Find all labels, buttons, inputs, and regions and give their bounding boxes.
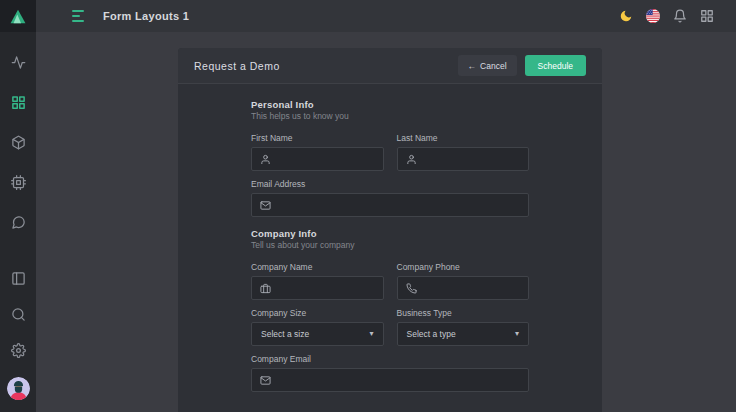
- section-company-info: Company Info Tell us about your company: [251, 228, 529, 251]
- company-email-input[interactable]: [277, 375, 520, 385]
- company-phone-input[interactable]: [423, 283, 521, 293]
- demo-request-form: Personal Info This helps us to know you …: [251, 99, 529, 392]
- company-email-field: Company Email: [251, 355, 529, 392]
- email-field: Email Address: [251, 180, 529, 217]
- schedule-button-label: Schedule: [538, 61, 573, 71]
- triangle-logo-icon: [9, 8, 27, 25]
- mail-icon: [260, 375, 271, 386]
- first-name-field: First Name: [251, 134, 384, 171]
- email-input[interactable]: [277, 200, 520, 210]
- phone-icon: [406, 283, 417, 294]
- topbar: Form Layouts 1: [36, 0, 736, 32]
- dashboard-grid-icon: [11, 95, 26, 110]
- company-size-field: Company Size Select a size ▾: [251, 309, 384, 346]
- cancel-button-label: Cancel: [480, 61, 506, 71]
- user-avatar-image: [7, 377, 30, 400]
- layout-icon: [11, 271, 26, 286]
- sidebar-item-system[interactable]: [0, 162, 36, 202]
- us-flag-icon: [646, 9, 660, 23]
- card-body: Personal Info This helps us to know you …: [178, 84, 602, 392]
- sidebar-item-components[interactable]: [0, 122, 36, 162]
- sidebar: [0, 0, 36, 412]
- chevron-down-icon: ▾: [369, 330, 373, 338]
- user-avatar[interactable]: [0, 368, 36, 408]
- app-logo[interactable]: [0, 0, 36, 32]
- company-size-label: Company Size: [251, 309, 384, 318]
- last-name-label: Last Name: [397, 134, 530, 143]
- chat-icon: [11, 215, 26, 230]
- sidebar-item-settings[interactable]: [0, 332, 36, 368]
- business-type-label: Business Type: [397, 309, 530, 318]
- box-icon: [11, 135, 26, 150]
- section-personal-info: Personal Info This helps us to know you: [251, 99, 529, 122]
- search-icon: [11, 307, 26, 322]
- business-type-selected-value: Select a type: [407, 329, 456, 339]
- email-label: Email Address: [251, 180, 529, 189]
- section-title: Personal Info: [251, 99, 529, 111]
- sidebar-item-layout[interactable]: [0, 260, 36, 296]
- moon-icon: [619, 9, 633, 23]
- schedule-button[interactable]: Schedule: [525, 55, 586, 76]
- sidebar-item-search[interactable]: [0, 296, 36, 332]
- company-phone-label: Company Phone: [397, 263, 530, 272]
- activity-icon: [11, 55, 26, 70]
- company-phone-field: Company Phone: [397, 263, 530, 300]
- sidebar-item-dashboard[interactable]: [0, 82, 36, 122]
- sidebar-item-activity[interactable]: [0, 42, 36, 82]
- cpu-icon: [11, 175, 26, 190]
- section-title: Company Info: [251, 228, 529, 240]
- business-type-field: Business Type Select a type ▾: [397, 309, 530, 346]
- company-name-field: Company Name: [251, 263, 384, 300]
- language-selector[interactable]: [646, 9, 660, 23]
- company-size-select[interactable]: Select a size ▾: [251, 322, 384, 346]
- briefcase-icon: [260, 283, 271, 294]
- first-name-label: First Name: [251, 134, 384, 143]
- apps-menu-button[interactable]: [700, 9, 714, 23]
- card-title: Request a Demo: [194, 60, 280, 72]
- notifications-button[interactable]: [673, 9, 687, 23]
- section-subtitle: Tell us about your company: [251, 240, 529, 251]
- menu-toggle-icon[interactable]: [72, 10, 84, 22]
- card-header: Request a Demo ← Cancel Schedule: [178, 48, 602, 84]
- company-email-label: Company Email: [251, 355, 529, 364]
- company-name-input[interactable]: [277, 283, 375, 293]
- last-name-field: Last Name: [397, 134, 530, 171]
- request-demo-card: Request a Demo ← Cancel Schedule Persona…: [178, 48, 602, 412]
- user-icon: [406, 154, 417, 165]
- section-subtitle: This helps us to know you: [251, 111, 529, 122]
- business-type-select[interactable]: Select a type ▾: [397, 322, 530, 346]
- settings-gear-icon: [11, 343, 26, 358]
- dark-mode-toggle[interactable]: [619, 9, 633, 23]
- main-content: Request a Demo ← Cancel Schedule Persona…: [36, 32, 736, 412]
- user-icon: [260, 154, 271, 165]
- arrow-left-icon: ←: [468, 61, 477, 71]
- mail-icon: [260, 200, 271, 211]
- chevron-down-icon: ▾: [515, 330, 519, 338]
- company-name-label: Company Name: [251, 263, 384, 272]
- first-name-input[interactable]: [277, 154, 375, 164]
- sidebar-item-chat[interactable]: [0, 202, 36, 242]
- bell-icon: [673, 9, 687, 23]
- apps-grid-icon: [700, 9, 714, 23]
- cancel-button[interactable]: ← Cancel: [458, 55, 517, 76]
- last-name-input[interactable]: [423, 154, 521, 164]
- page-title: Form Layouts 1: [103, 10, 189, 22]
- company-size-selected-value: Select a size: [261, 329, 309, 339]
